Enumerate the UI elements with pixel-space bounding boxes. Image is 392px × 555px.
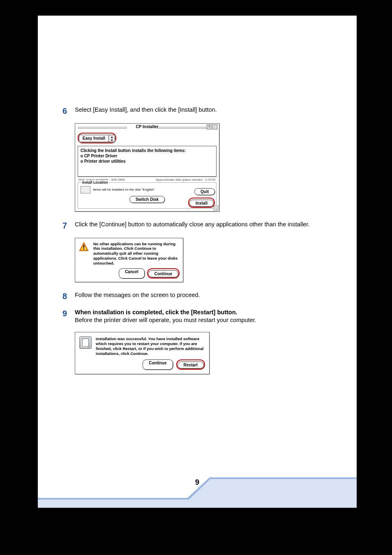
- install-location-label: Install Location: [81, 180, 108, 184]
- quit-button[interactable]: Quit: [194, 188, 215, 195]
- titlebar: CP Installer ?: [75, 124, 219, 131]
- dialog-text: Installation was successful. You have in…: [96, 336, 205, 356]
- step-title: Follow the messages on the screen to pro…: [75, 291, 332, 301]
- dialog-text: No other applications can be running dur…: [93, 242, 180, 266]
- page-footer: 9: [38, 474, 357, 508]
- step-body: When installation is completed, click th…: [75, 309, 332, 325]
- document-icon: [79, 336, 92, 349]
- disk-space-needed: Approximate disk space needed : 2,472K: [156, 178, 216, 182]
- step-title: When installation is completed, click th…: [75, 309, 332, 317]
- manual-page: 6 Select [Easy Install], and then click …: [38, 16, 357, 508]
- step-title: Click the [Continue] button to automatic…: [75, 221, 332, 230]
- install-location-text: Items will be installed on the disk "Eng…: [93, 188, 155, 191]
- install-description: Clicking the Install button installs the…: [78, 146, 217, 177]
- page-number: 9: [38, 478, 357, 487]
- figure-installer-window: CP Installer ? Easy Install ▴▾: [75, 123, 332, 212]
- titlebar-icons: ?: [207, 124, 217, 129]
- restart-dialog: Installation was successful. You have in…: [75, 332, 210, 374]
- continue-button[interactable]: Continue: [148, 270, 178, 277]
- step-7: 7 Click the [Continue] button to automat…: [62, 221, 332, 230]
- figure-restart-dialog: Installation was successful. You have in…: [75, 332, 332, 374]
- step-number: 6: [62, 106, 75, 116]
- desc-heading: Clicking the Install button installs the…: [81, 148, 214, 153]
- cancel-button[interactable]: Cancel: [119, 268, 145, 279]
- restart-button[interactable]: Restart: [178, 362, 204, 368]
- continue-button[interactable]: Continue: [143, 359, 173, 370]
- content-area: 6 Select [Easy Install], and then click …: [38, 16, 357, 374]
- window-title: CP Installer: [75, 124, 219, 129]
- desc-item-2: o Printer driver utilities: [81, 159, 214, 164]
- step-9: 9 When installation is completed, click …: [62, 309, 332, 325]
- installer-window: CP Installer ? Easy Install ▴▾: [75, 123, 219, 212]
- step-number: 9: [62, 309, 75, 325]
- step-number: 7: [62, 221, 75, 230]
- resize-handle-icon[interactable]: [214, 206, 219, 212]
- disk-icon: [81, 186, 90, 193]
- install-button[interactable]: Install: [189, 200, 214, 207]
- step-title: Select [Easy Install], and then click th…: [75, 106, 332, 116]
- install-type-row: Easy Install ▴▾: [75, 131, 219, 144]
- svg-rect-2: [83, 245, 84, 248]
- continue-highlight: Continue: [147, 268, 180, 279]
- step-8: 8 Follow the messages on the screen to p…: [62, 291, 332, 301]
- easy-install-highlight: Easy Install ▴▾: [78, 133, 116, 143]
- restart-highlight: Restart: [176, 359, 205, 370]
- install-type-dropdown[interactable]: Easy Install ▴▾: [79, 135, 115, 142]
- collapse-icon[interactable]: [212, 124, 217, 129]
- dropdown-label: Easy Install: [79, 136, 108, 140]
- install-highlight: Install: [188, 198, 215, 208]
- dialog-buttons: Continue Restart: [96, 359, 205, 370]
- figure-continue-dialog: No other applications can be running dur…: [75, 238, 332, 282]
- switch-disk-button[interactable]: Switch Disk: [129, 196, 165, 203]
- help-icon[interactable]: ?: [207, 124, 212, 129]
- step-subtext: Before the printer driver will operate, …: [75, 316, 332, 325]
- continue-dialog: No other applications can be running dur…: [75, 238, 183, 282]
- action-buttons: Quit Install: [188, 188, 215, 208]
- svg-rect-3: [83, 249, 84, 249]
- step-number: 8: [62, 291, 75, 301]
- chevron-updown-icon: ▴▾: [108, 135, 115, 142]
- warning-icon: [78, 242, 89, 252]
- dialog-buttons: Cancel Continue: [93, 268, 180, 279]
- step-6: 6 Select [Easy Install], and then click …: [62, 106, 332, 116]
- desc-item-1: o CP Printer Driver: [81, 153, 214, 159]
